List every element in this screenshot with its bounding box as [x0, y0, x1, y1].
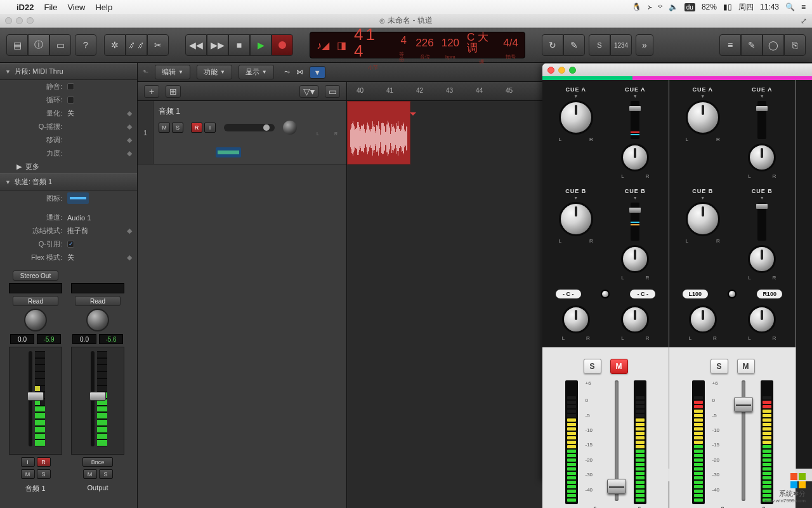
minimize-icon[interactable]: [558, 67, 565, 74]
help-button[interactable]: ?: [75, 34, 96, 56]
cue-a-pan-knob-1[interactable]: [559, 100, 593, 135]
cue-a-level-knob-1[interactable]: [621, 144, 649, 171]
track-icon[interactable]: [67, 192, 89, 204]
volume-icon[interactable]: 🔈: [669, 3, 678, 11]
du-icon[interactable]: du: [684, 3, 695, 11]
trim-knob-2l[interactable]: [689, 305, 717, 333]
wifi-icon[interactable]: ⌔: [658, 3, 662, 11]
track-row-1[interactable]: 1 音频 1 M S R I: [138, 101, 346, 164]
show-menu[interactable]: 显示▼: [239, 65, 274, 79]
stop-button[interactable]: ■: [228, 34, 250, 56]
solo-btn-2[interactable]: S: [99, 469, 113, 479]
qref-checkbox[interactable]: [67, 241, 74, 248]
cue-a-level-knob-2[interactable]: [748, 144, 776, 171]
bluetooth-icon[interactable]: ᚛: [648, 3, 652, 11]
cue-b-level-knob-1[interactable]: [621, 245, 649, 273]
freeze-value[interactable]: 推子前: [67, 226, 88, 236]
main-fader-1[interactable]: -6 -6: [607, 380, 626, 508]
count-in-button[interactable]: 1234: [610, 34, 632, 56]
main-fader-2[interactable]: 0 0: [734, 380, 753, 508]
menu-help[interactable]: Help: [95, 3, 112, 12]
library-button[interactable]: ▤: [6, 34, 28, 56]
loop-browser-button[interactable]: ◯: [763, 34, 784, 56]
channel-value[interactable]: Audio 1: [67, 214, 91, 222]
duplicate-track-button[interactable]: ⊞: [166, 85, 181, 98]
track-rec[interactable]: R: [191, 123, 202, 133]
pan-knob-2[interactable]: [86, 309, 109, 331]
lcd-display[interactable]: ♪◢ ◨ 41 4小节 4等份 226音位 120bpm C 大调调 4/4拍号: [310, 32, 525, 58]
zoom-icon[interactable]: [569, 67, 576, 74]
mute-btn-1[interactable]: M: [21, 469, 35, 479]
automation-read-1[interactable]: Read: [13, 296, 58, 306]
tuner-button[interactable]: ✎: [563, 34, 585, 56]
edit-menu[interactable]: 编辑▼: [155, 65, 190, 79]
func-menu[interactable]: 功能▼: [197, 65, 232, 79]
flex-value[interactable]: 关: [67, 253, 74, 262]
more-disclosure[interactable]: ▶更多: [0, 160, 137, 173]
link-dot-2[interactable]: [728, 290, 737, 298]
track-name[interactable]: 音频 1: [159, 106, 341, 117]
track-mute[interactable]: M: [159, 123, 170, 133]
track-input[interactable]: I: [204, 123, 216, 133]
filter-icon[interactable]: ▼: [310, 66, 325, 79]
track-volume-slider[interactable]: [224, 124, 275, 131]
more-button[interactable]: »: [636, 34, 653, 56]
menu-view[interactable]: View: [67, 3, 85, 12]
toolbar-icon-2[interactable]: ⫽⫽: [126, 34, 147, 56]
menu-file[interactable]: File: [44, 3, 57, 12]
record-button[interactable]: [272, 34, 293, 56]
media-button[interactable]: ⎘: [784, 34, 806, 56]
mute-btn-2[interactable]: M: [83, 469, 97, 479]
play-button[interactable]: ▶: [250, 34, 272, 56]
pan-value-1r[interactable]: - C -: [630, 290, 655, 298]
cue-b-pan-knob-2[interactable]: [686, 202, 720, 236]
mute-checkbox[interactable]: [67, 83, 74, 90]
trim-knob-1r[interactable]: [621, 305, 649, 333]
insert-slot[interactable]: [9, 283, 62, 293]
trim-knob-1l[interactable]: [562, 305, 590, 333]
solo-button[interactable]: S: [589, 34, 610, 56]
pan-value-2l[interactable]: L100: [683, 290, 708, 298]
cue-b-pan-knob-1[interactable]: [559, 202, 593, 236]
toolbar-icon-1[interactable]: ✲: [104, 34, 126, 56]
cue-a-fader-1[interactable]: [631, 101, 639, 139]
cue-b-level-knob-2[interactable]: [748, 245, 776, 273]
close-icon[interactable]: [547, 67, 554, 74]
back-icon[interactable]: ⬑: [143, 68, 148, 76]
filter-button[interactable]: ▽▾: [299, 85, 318, 98]
insert-slot-2[interactable]: [71, 283, 124, 293]
rec-enable-btn[interactable]: R: [37, 457, 51, 467]
mute-btn-ch1[interactable]: M: [610, 359, 628, 374]
app-name[interactable]: iD22: [16, 3, 34, 12]
cue-a-pan-knob-2[interactable]: [686, 100, 720, 135]
trim-knob-2r[interactable]: [748, 305, 776, 333]
fader-1[interactable]: [9, 347, 62, 455]
menu-icon[interactable]: ≡: [801, 3, 806, 11]
quantize-value[interactable]: 关: [67, 109, 74, 118]
mute-btn-ch2[interactable]: M: [737, 359, 755, 374]
traffic-lights[interactable]: [5, 17, 34, 24]
scissors-icon[interactable]: ✂: [147, 34, 169, 56]
add-track-button[interactable]: +: [144, 85, 159, 98]
automation-icon[interactable]: ⤳: [284, 68, 290, 76]
forward-button[interactable]: ▶▶: [207, 34, 228, 56]
cue-b-fader-1[interactable]: [631, 203, 639, 241]
pan-knob-1[interactable]: [24, 309, 47, 331]
battery-icon[interactable]: ▮▯: [723, 3, 732, 11]
rewind-button[interactable]: ◀◀: [185, 34, 207, 56]
track-header[interactable]: ▼轨道: 音频 1: [0, 173, 137, 190]
spotlight-icon[interactable]: 🔍: [785, 3, 795, 11]
fullscreen-icon[interactable]: ⤢: [801, 17, 807, 25]
id22-titlebar[interactable]: [542, 64, 812, 76]
input-btn[interactable]: I: [21, 457, 35, 467]
mixer-button[interactable]: ▭: [49, 34, 71, 56]
link-dot-1[interactable]: [601, 290, 610, 298]
audio-region[interactable]: [347, 101, 410, 164]
pan-value-1l[interactable]: - C -: [556, 290, 581, 298]
pan-value-2r[interactable]: R100: [757, 290, 782, 298]
region-header[interactable]: ▼片段: MIDI Thru: [0, 63, 137, 80]
qq-icon[interactable]: 🐧: [632, 3, 641, 11]
solo-btn-ch2[interactable]: S: [710, 359, 728, 374]
loop-checkbox[interactable]: [67, 97, 74, 104]
track-solo[interactable]: S: [172, 123, 183, 133]
